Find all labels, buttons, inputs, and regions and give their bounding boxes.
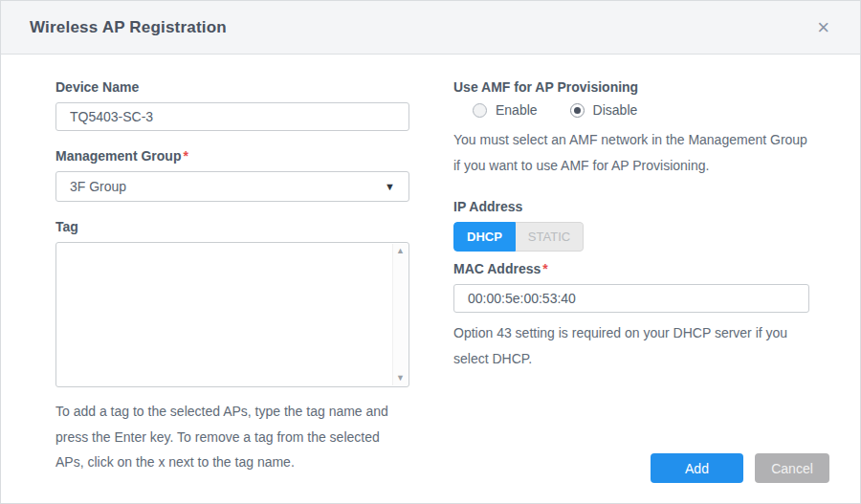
management-group-label: Management Group* (55, 148, 409, 164)
wireless-ap-registration-dialog: Wireless AP Registration × Device Name M… (0, 0, 861, 504)
right-column: Use AMF for AP Provisioning Enable Disab… (453, 79, 809, 475)
dialog-title: Wireless AP Registration (30, 18, 227, 37)
amf-radio-group: Enable Disable (473, 102, 809, 118)
management-group-select[interactable]: 3F Group ▼ (55, 171, 409, 202)
dhcp-button[interactable]: DHCP (453, 222, 516, 252)
management-group-label-text: Management Group (55, 148, 181, 164)
tag-textarea[interactable]: ▲ ▼ (55, 242, 409, 387)
management-group-selected-value: 3F Group (70, 179, 126, 194)
required-asterisk: * (183, 148, 188, 164)
ip-mode-segmented-control: DHCP STATIC (453, 222, 584, 252)
ip-address-field: IP Address DHCP STATIC (453, 199, 809, 261)
left-column: Device Name Management Group* 3F Group ▼… (55, 79, 409, 475)
ip-address-label: IP Address (453, 199, 809, 214)
radio-unchecked-icon[interactable] (473, 103, 487, 118)
device-name-input[interactable] (55, 102, 409, 131)
close-icon[interactable]: × (813, 15, 833, 40)
amf-label: Use AMF for AP Provisioning (453, 79, 809, 95)
tag-field: Tag ▲ ▼ To add a tag to the selected APs… (55, 219, 409, 475)
dialog-body: Device Name Management Group* 3F Group ▼… (1, 55, 860, 475)
mac-address-label: MAC Address* (453, 261, 809, 276)
amf-enable-label: Enable (496, 102, 538, 118)
dialog-header: Wireless AP Registration × (1, 1, 860, 55)
tag-help-text: To add a tag to the selected APs, type t… (55, 399, 409, 475)
required-asterisk: * (542, 261, 547, 276)
tag-scrollbar[interactable]: ▲ ▼ (392, 244, 408, 385)
mac-address-label-text: MAC Address (453, 261, 541, 276)
amf-enable-radio[interactable]: Enable (473, 102, 538, 118)
cancel-button[interactable]: Cancel (755, 453, 829, 483)
amf-help-text: You must select an AMF network in the Ma… (453, 127, 809, 178)
device-name-field: Device Name (55, 79, 409, 131)
scroll-up-icon[interactable]: ▲ (396, 247, 405, 255)
tag-label: Tag (55, 219, 409, 234)
mac-address-input[interactable] (453, 284, 809, 313)
management-group-field: Management Group* 3F Group ▼ (55, 148, 409, 202)
amf-field: Use AMF for AP Provisioning Enable Disab… (453, 79, 809, 178)
radio-checked-icon[interactable] (570, 103, 585, 118)
add-button[interactable]: Add (651, 453, 743, 483)
amf-disable-radio[interactable]: Disable (570, 102, 638, 118)
static-button[interactable]: STATIC (516, 222, 584, 252)
mac-address-field: MAC Address* Option 43 setting is requir… (453, 261, 809, 371)
chevron-down-icon: ▼ (385, 181, 395, 192)
amf-disable-label: Disable (593, 102, 638, 118)
scroll-down-icon[interactable]: ▼ (396, 374, 405, 383)
mac-help-text: Option 43 setting is required on your DH… (453, 320, 809, 371)
dialog-footer: Add Cancel (651, 453, 829, 483)
device-name-label: Device Name (55, 79, 409, 95)
